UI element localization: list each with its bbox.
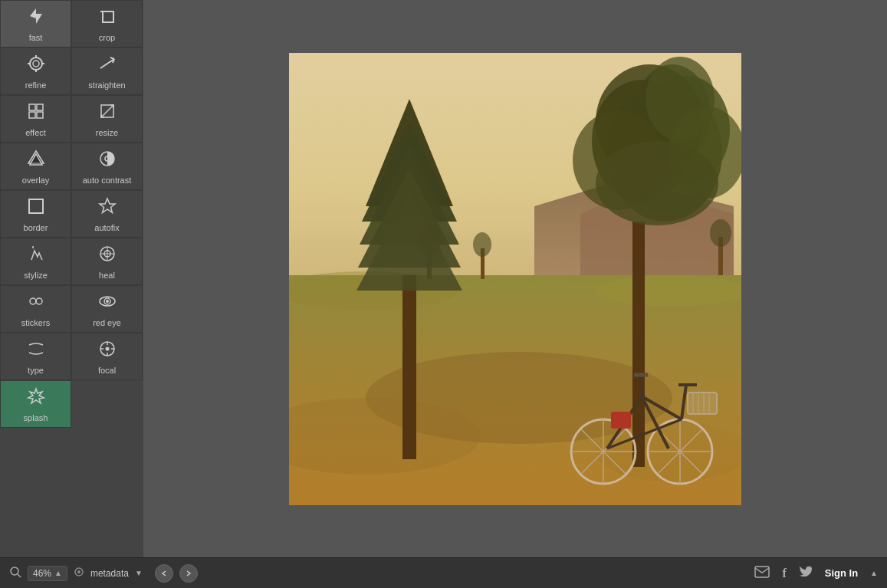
svg-rect-15 <box>37 112 43 118</box>
fast-icon <box>25 5 47 30</box>
svg-marker-19 <box>30 154 42 165</box>
zoom-value: 46% <box>33 568 51 579</box>
sign-in-chevron-icon[interactable]: ▲ <box>870 569 878 577</box>
tool-crop-label: crop <box>99 33 115 42</box>
tool-stickers-label: stickers <box>21 318 50 327</box>
overlay-icon <box>25 148 47 172</box>
sidebar-row-4: overlay auto contrast <box>0 143 143 190</box>
tool-red-eye-label: red eye <box>93 318 121 327</box>
metadata-label[interactable]: metadata <box>90 568 129 579</box>
svg-rect-0 <box>103 11 113 22</box>
svg-line-17 <box>101 105 113 117</box>
tool-red-eye[interactable]: red eye <box>71 285 143 333</box>
main-area: fast crop <box>0 0 887 557</box>
tool-overlay[interactable]: overlay <box>0 143 71 190</box>
stylize-icon <box>25 243 47 268</box>
tool-fast[interactable]: fast <box>0 0 71 48</box>
straighten-icon <box>97 53 118 77</box>
svg-rect-22 <box>29 199 43 213</box>
search-icon[interactable] <box>9 566 21 581</box>
tool-border-label: border <box>24 223 48 232</box>
tool-crop[interactable]: crop <box>71 0 143 48</box>
tool-border[interactable]: border <box>0 190 71 238</box>
svg-point-29 <box>30 298 36 304</box>
focal-icon <box>97 338 118 363</box>
sidebar-row-5: border autofix <box>0 190 143 238</box>
tool-resize-label: resize <box>96 128 118 137</box>
tool-splash[interactable]: splash <box>0 380 71 428</box>
email-icon[interactable] <box>754 566 770 581</box>
tool-type[interactable]: type <box>0 333 71 380</box>
svg-point-4 <box>33 61 39 67</box>
tool-stylize[interactable]: stylize <box>0 238 71 285</box>
facebook-icon[interactable]: f <box>782 567 786 580</box>
twitter-icon[interactable] <box>799 566 813 581</box>
tool-splash-label: splash <box>24 413 48 422</box>
bottom-bar: 46% ▲ metadata ▼ <box>0 557 887 588</box>
sidebar-row-9: splash <box>0 380 143 428</box>
sidebar-row-6: stylize heal <box>0 238 143 285</box>
effect-icon <box>25 100 47 125</box>
prev-button[interactable] <box>155 564 173 583</box>
sidebar-row-1: fast crop <box>0 0 143 48</box>
zoom-chevron-down-icon[interactable]: ▲ <box>54 569 62 577</box>
svg-line-10 <box>110 57 114 59</box>
border-icon <box>25 195 47 220</box>
tool-focal[interactable]: focal <box>71 333 143 380</box>
tool-focal-label: focal <box>98 366 116 375</box>
photo-display <box>289 53 741 505</box>
tool-type-label: type <box>28 366 44 375</box>
sidebar: fast crop <box>0 0 143 557</box>
sidebar-row-3: effect resize <box>0 95 143 143</box>
red-eye-icon <box>97 291 118 315</box>
svg-point-33 <box>106 300 109 303</box>
refine-icon <box>25 53 47 77</box>
svg-line-123 <box>18 574 21 577</box>
metadata-chevron-icon[interactable]: ▼ <box>135 569 143 577</box>
svg-rect-121 <box>289 53 741 505</box>
tool-overlay-label: overlay <box>22 176 49 185</box>
tool-straighten[interactable]: straighten <box>71 48 143 95</box>
splash-icon <box>25 386 47 410</box>
tool-auto-contrast-label: auto contrast <box>83 176 132 185</box>
crop-icon <box>97 5 118 30</box>
zoom-control[interactable]: 46% ▲ <box>28 566 67 581</box>
tool-stickers[interactable]: stickers <box>0 285 71 333</box>
svg-point-30 <box>36 298 42 304</box>
sidebar-row-7: stickers red eye <box>0 285 143 333</box>
svg-point-35 <box>105 347 109 351</box>
svg-rect-12 <box>29 104 35 110</box>
svg-point-122 <box>11 567 18 575</box>
heal-icon <box>97 243 118 268</box>
sidebar-row-8: type focal <box>0 333 143 380</box>
sign-in-button[interactable]: Sign In <box>825 567 858 579</box>
bottom-left-controls: 46% ▲ metadata ▼ <box>9 564 748 583</box>
autofix-icon <box>97 195 118 220</box>
auto-contrast-icon <box>97 148 118 172</box>
sidebar-row-2: refine straighten <box>0 48 143 95</box>
type-icon <box>25 338 47 363</box>
tool-straighten-label: straighten <box>88 80 125 90</box>
tool-refine[interactable]: refine <box>0 48 71 95</box>
tool-effect[interactable]: effect <box>0 95 71 143</box>
bottom-right-controls: f Sign In ▲ <box>754 566 878 581</box>
tool-heal-label: heal <box>99 271 115 280</box>
svg-point-125 <box>77 570 80 573</box>
svg-rect-126 <box>755 567 769 577</box>
svg-point-3 <box>30 57 42 70</box>
svg-rect-14 <box>29 112 35 118</box>
next-button[interactable] <box>179 564 198 583</box>
svg-rect-13 <box>37 104 43 110</box>
canvas-area <box>143 0 887 557</box>
tool-auto-contrast[interactable]: auto contrast <box>71 143 143 190</box>
tool-resize[interactable]: resize <box>71 95 143 143</box>
tool-effect-label: effect <box>25 128 46 137</box>
image-container <box>289 53 741 505</box>
tool-stylize-label: stylize <box>24 271 48 280</box>
tool-fast-label: fast <box>29 33 43 42</box>
tool-autofix[interactable]: autofix <box>71 190 143 238</box>
metadata-circle-icon <box>74 567 84 580</box>
tool-heal[interactable]: heal <box>71 238 143 285</box>
svg-line-9 <box>100 59 114 68</box>
svg-marker-23 <box>100 199 115 213</box>
